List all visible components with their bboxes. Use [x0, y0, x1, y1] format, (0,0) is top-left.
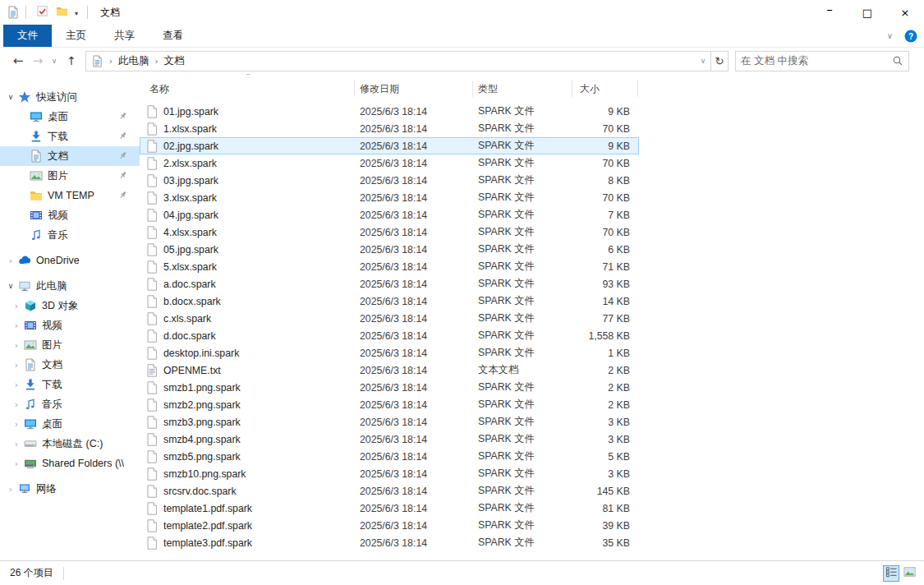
- sidebar-item-onedrive[interactable]: ›OneDrive: [0, 251, 140, 270]
- help-icon[interactable]: ?: [904, 30, 917, 43]
- sidebar-item-视频[interactable]: 视频: [0, 205, 140, 225]
- recent-locations-dropdown[interactable]: ∨: [48, 57, 61, 65]
- breadcrumb-chevron-icon[interactable]: ›: [151, 57, 163, 66]
- file-size: 8 KB: [572, 175, 638, 187]
- sidebar-item-快速访问[interactable]: ∨快速访问: [0, 87, 140, 107]
- sidebar-item-label: 音乐: [42, 398, 62, 412]
- file-row[interactable]: smzb3.png.spark2025/6/3 18:14SPARK 文件3 K…: [140, 413, 639, 431]
- sidebar-item-文档[interactable]: ›文档: [0, 355, 140, 375]
- chevron-right-icon[interactable]: ›: [5, 484, 16, 495]
- sidebar-item-桌面[interactable]: ›桌面: [0, 414, 140, 434]
- chevron-right-icon[interactable]: ›: [11, 439, 22, 449]
- address-dropdown-icon[interactable]: ∨: [696, 57, 710, 65]
- chevron-right-icon[interactable]: ›: [11, 340, 22, 351]
- file-row[interactable]: b.docx.spark2025/6/3 18:14SPARK 文件14 KB: [140, 292, 639, 310]
- sidebar-item-shared-folders-(\\[interactable]: ›Shared Folders (\\: [0, 454, 140, 473]
- status-bar: 26 个项目: [0, 560, 924, 585]
- qat-new-folder-button[interactable]: [54, 5, 69, 20]
- up-button[interactable]: ↑: [61, 54, 82, 67]
- tab-主页[interactable]: 主页: [52, 25, 100, 47]
- sidebar-item-音乐[interactable]: ›音乐: [0, 394, 140, 414]
- sidebar-item-3d-对象[interactable]: ›3D 对象: [0, 296, 140, 316]
- file-row[interactable]: smzb1.png.spark2025/6/3 18:14SPARK 文件2 K…: [140, 379, 639, 396]
- file-row[interactable]: 03.jpg.spark2025/6/3 18:14SPARK 文件8 KB: [140, 172, 639, 189]
- qat-properties-button[interactable]: [34, 5, 49, 20]
- file-row[interactable]: 04.jpg.spark2025/6/3 18:14SPARK 文件7 KB: [140, 206, 639, 223]
- file-row[interactable]: smzb5.png.spark2025/6/3 18:14SPARK 文件5 K…: [140, 448, 639, 465]
- chevron-right-icon[interactable]: ›: [11, 458, 22, 469]
- sidebar-item-视频[interactable]: ›视频: [0, 316, 140, 335]
- chevron-right-icon[interactable]: ›: [11, 380, 22, 390]
- file-row[interactable]: smzb4.png.spark2025/6/3 18:14SPARK 文件3 K…: [140, 431, 639, 448]
- back-button[interactable]: ←: [8, 53, 28, 68]
- chevron-down-icon[interactable]: ∨: [5, 282, 16, 290]
- file-row[interactable]: 2.xlsx.spark2025/6/3 18:14SPARK 文件70 KB: [140, 154, 639, 172]
- maximize-button[interactable]: □: [848, 0, 886, 25]
- sidebar-item-此电脑[interactable]: ∨此电脑: [0, 276, 140, 296]
- column-header-date[interactable]: 修改日期: [355, 81, 473, 97]
- file-row[interactable]: 5.xlsx.spark2025/6/3 18:14SPARK 文件71 KB: [140, 258, 639, 275]
- sidebar-item-网络[interactable]: ›网络: [0, 479, 140, 499]
- file-row[interactable]: smzb2.png.spark2025/6/3 18:14SPARK 文件2 K…: [140, 396, 639, 413]
- sidebar-item-图片[interactable]: ›图片: [0, 335, 140, 355]
- file-row[interactable]: 01.jpg.spark2025/6/3 18:14SPARK 文件9 KB: [140, 103, 639, 120]
- file-row[interactable]: template3.pdf.spark2025/6/3 18:14SPARK 文…: [140, 534, 639, 551]
- chevron-right-icon[interactable]: ›: [11, 399, 22, 410]
- file-name: 1.xlsx.spark: [163, 123, 217, 135]
- sidebar-item-下载[interactable]: ›下载: [0, 375, 140, 394]
- file-row[interactable]: srcsrv.doc.spark2025/6/3 18:14SPARK 文件14…: [140, 482, 639, 500]
- file-row[interactable]: desktop.ini.spark2025/6/3 18:14SPARK 文件1…: [140, 344, 639, 362]
- minimize-button[interactable]: –: [811, 0, 848, 25]
- file-row[interactable]: smzb10.png.spark2025/6/3 18:14SPARK 文件3 …: [140, 465, 639, 482]
- column-header-type[interactable]: 类型: [473, 81, 572, 97]
- breadcrumb-item[interactable]: 文档: [163, 54, 186, 68]
- file-date: 2025/6/3 18:14: [355, 451, 473, 463]
- file-row[interactable]: 3.xlsx.spark2025/6/3 18:14SPARK 文件70 KB: [140, 189, 639, 206]
- sidebar-item-图片[interactable]: 图片: [0, 166, 140, 186]
- address-box[interactable]: ›此电脑›文档 ∨: [85, 51, 711, 71]
- file-row[interactable]: d.doc.spark2025/6/3 18:14SPARK 文件1,558 K…: [140, 327, 639, 344]
- chevron-down-icon[interactable]: ∨: [5, 93, 16, 101]
- breadcrumb-item[interactable]: 此电脑: [117, 54, 151, 68]
- sidebar-item-下载[interactable]: 下载: [0, 127, 140, 146]
- sidebar-item-音乐[interactable]: 音乐: [0, 225, 140, 245]
- file-size: 35 KB: [572, 537, 638, 549]
- sidebar-item-文档[interactable]: 文档: [0, 146, 140, 166]
- chevron-right-icon[interactable]: ›: [11, 419, 22, 430]
- computer-icon: [18, 279, 31, 292]
- sidebar-item-vm-temp[interactable]: VM TEMP: [0, 186, 140, 205]
- file-row[interactable]: template1.pdf.spark2025/6/3 18:14SPARK 文…: [140, 500, 639, 517]
- chevron-right-icon[interactable]: ›: [11, 360, 22, 371]
- file-size: 70 KB: [572, 123, 638, 135]
- file-row[interactable]: 1.xlsx.spark2025/6/3 18:14SPARK 文件70 KB: [140, 120, 639, 137]
- chevron-right-icon[interactable]: ›: [5, 256, 16, 266]
- sort-ascending-icon[interactable]: ˆ: [241, 74, 255, 84]
- file-name-cell: a.doc.spark: [140, 278, 355, 291]
- file-name: smzb2.png.spark: [163, 399, 241, 411]
- file-row[interactable]: 02.jpg.spark2025/6/3 18:14SPARK 文件9 KB: [140, 137, 639, 154]
- search-icon[interactable]: [892, 55, 903, 67]
- column-header-size[interactable]: 大小: [572, 81, 638, 97]
- close-button[interactable]: ×: [886, 0, 924, 25]
- file-row[interactable]: OPENME.txt2025/6/3 18:14文本文档2 KB: [140, 362, 639, 379]
- refresh-button[interactable]: ↻: [710, 51, 729, 71]
- chevron-right-icon[interactable]: ›: [11, 320, 22, 331]
- file-row[interactable]: 4.xlsx.spark2025/6/3 18:14SPARK 文件70 KB: [140, 223, 639, 241]
- sidebar-item-桌面[interactable]: 桌面: [0, 107, 140, 127]
- chevron-right-icon[interactable]: ›: [11, 301, 22, 311]
- file-row[interactable]: template2.pdf.spark2025/6/3 18:14SPARK 文…: [140, 517, 639, 534]
- large-icons-view-button[interactable]: [901, 565, 917, 582]
- tab-查看[interactable]: 查看: [149, 25, 197, 47]
- file-row[interactable]: c.xls.spark2025/6/3 18:14SPARK 文件77 KB: [140, 310, 639, 327]
- breadcrumb-chevron-icon[interactable]: ›: [105, 57, 117, 66]
- search-input[interactable]: [741, 55, 892, 67]
- sidebar-item-本地磁盘-(c:)[interactable]: ›本地磁盘 (C:): [0, 434, 140, 454]
- ribbon-right: ∨ ?: [887, 25, 924, 47]
- tab-文件[interactable]: 文件: [3, 25, 52, 47]
- qat-customize-dropdown[interactable]: ▾: [75, 7, 78, 17]
- file-row[interactable]: a.doc.spark2025/6/3 18:14SPARK 文件93 KB: [140, 275, 639, 292]
- ribbon-collapse-icon[interactable]: ∨: [887, 31, 893, 40]
- file-row[interactable]: 05.jpg.spark2025/6/3 18:14SPARK 文件6 KB: [140, 241, 639, 258]
- details-view-button[interactable]: [883, 565, 899, 582]
- tab-共享[interactable]: 共享: [100, 25, 149, 47]
